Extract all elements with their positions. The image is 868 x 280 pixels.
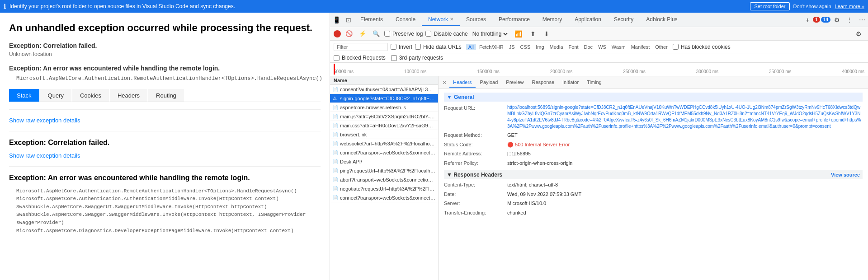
- show-raw-link-2[interactable]: Show raw exception details: [9, 152, 80, 159]
- request-item-browserlink[interactable]: 📄 browserLink: [330, 130, 438, 139]
- tab-memory[interactable]: Memory: [536, 14, 568, 26]
- exception1-location: Unknown location: [9, 51, 321, 57]
- tab-stack[interactable]: Stack: [9, 89, 39, 102]
- timeline-label-4: 200000 ms: [550, 69, 572, 74]
- invert-checkbox[interactable]: [391, 44, 396, 50]
- request-item-mainjs[interactable]: 📄 main.js?attr=y6CbtV2XSpqm2utRO2bIY-DZc…: [330, 112, 438, 121]
- filter-manifest[interactable]: Manifest: [629, 44, 652, 50]
- filter-ws[interactable]: WS: [596, 44, 609, 50]
- error-title: An unhandled exception occurred while pr…: [9, 22, 321, 35]
- hide-data-urls-checkbox[interactable]: [415, 44, 421, 50]
- request-icon-browserlink: 📄: [333, 132, 338, 137]
- disable-cache-checkbox[interactable]: [425, 31, 431, 37]
- preserve-log-checkbox[interactable]: [384, 31, 390, 37]
- tab-performance[interactable]: Performance: [492, 14, 536, 26]
- filter-font[interactable]: Font: [566, 44, 581, 50]
- request-item-consent[interactable]: 📄 consent?authuser=0&part=AJ8hAPVjL3AXBx…: [330, 85, 438, 94]
- response-headers-section[interactable]: ▼ Response Headers View source: [444, 170, 863, 179]
- request-icon-refresh: 📄: [333, 105, 338, 110]
- request-item-maincss[interactable]: 📄 main.css?attr=aHR0cDovL2xvY2FsaG9zdDo1…: [330, 121, 438, 130]
- add-tab-button[interactable]: +: [803, 14, 812, 25]
- network-tab-close[interactable]: ✕: [450, 17, 453, 22]
- filter-wasm[interactable]: Wasm: [609, 44, 628, 50]
- blocked-requests-checkbox[interactable]: [334, 55, 340, 61]
- export-button[interactable]: ⬇: [541, 28, 552, 39]
- request-icon-websocket: 📄: [333, 141, 338, 146]
- filter-img[interactable]: Img: [533, 44, 546, 50]
- request-item-websocket[interactable]: 📄 websocket?url=http%3A%2F%2Flocalhost%3…: [330, 139, 438, 148]
- filter-input[interactable]: [334, 43, 388, 51]
- filter-other[interactable]: Other: [653, 44, 670, 50]
- search-button[interactable]: 🔍: [371, 29, 382, 38]
- dont-show-again-button[interactable]: Don't show again: [793, 4, 831, 9]
- tab-console[interactable]: Console: [389, 14, 422, 26]
- server-row: Server: Microsoft-IIS/10.0: [444, 200, 863, 207]
- filter-doc[interactable]: Doc: [582, 44, 595, 50]
- filter-toggle-button[interactable]: ⚡: [357, 29, 368, 38]
- filter-fetch-xhr[interactable]: Fetch/XHR: [477, 44, 506, 50]
- response-headers-toggle-icon: ▼: [447, 172, 453, 178]
- timeline-labels: 50000 ms 100000 ms 150000 ms 200000 ms 2…: [334, 69, 864, 76]
- request-item-connect1[interactable]: 📄 connect?transport=webSockets&connectio…: [330, 148, 438, 157]
- tab-application[interactable]: Application: [568, 14, 608, 26]
- settings-button[interactable]: ⚙: [831, 14, 843, 25]
- throttling-select[interactable]: No throttling Fast 3G Slow 3G Offline: [471, 30, 509, 37]
- request-name-maincss: main.css?attr=aHR0cDovL2xvY2FsaG9zdDo1Nj…: [340, 123, 435, 128]
- import-button[interactable]: ⬆: [528, 28, 538, 39]
- record-button[interactable]: [334, 30, 341, 37]
- request-name-negotiate: negotiate?requestUrl=http%3A%2F%2Flocalh…: [340, 186, 435, 191]
- show-raw-link-1[interactable]: Show raw exception details: [9, 117, 80, 124]
- request-item-ping[interactable]: 📄 ping?requestUrl=http%3A%2F%2Flocalhost…: [330, 166, 438, 175]
- request-name-consent: consent?authuser=0&part=AJ8hAPVjL3AXBxcD…: [340, 87, 435, 92]
- filter-all[interactable]: All: [466, 44, 476, 50]
- dock-button[interactable]: ⋮: [844, 14, 855, 25]
- device-toggle-button[interactable]: 📱: [330, 14, 343, 25]
- request-item-negotiate[interactable]: 📄 negotiate?requestUrl=http%3A%2F%2Floca…: [330, 184, 438, 193]
- tab-query[interactable]: Query: [40, 89, 71, 102]
- request-icon-signin: ⚠: [333, 96, 338, 101]
- wifi-icon-button[interactable]: 📶: [512, 28, 525, 39]
- tab-security[interactable]: Security: [608, 14, 640, 26]
- third-party-checkbox[interactable]: [391, 55, 397, 61]
- request-name-ping: ping?requestUrl=http%3A%2F%2Flocalhost%3…: [340, 168, 435, 173]
- detail-tab-headers[interactable]: Headers: [449, 78, 476, 88]
- request-item-refresh[interactable]: 📄 aspnetcore-browser-refresh.js: [330, 103, 438, 112]
- remote-address-row: Remote Address: [::1]:56895: [444, 150, 863, 158]
- request-name-connect1: connect?transport=webSockets&connectionT…: [340, 150, 435, 155]
- view-source-link[interactable]: View source: [831, 172, 860, 177]
- screen-cast-button[interactable]: ⊡: [343, 14, 354, 25]
- detail-tab-payload[interactable]: Payload: [476, 78, 502, 88]
- request-icon-deskapi: 📄: [333, 159, 338, 164]
- detail-tab-initiator[interactable]: Initiator: [559, 78, 582, 88]
- status-code-row: Status Code: 🔴 500 Internal Server Error: [444, 141, 863, 149]
- detail-tab-timing[interactable]: Timing: [583, 78, 605, 88]
- tab-network[interactable]: Network ✕: [422, 14, 460, 26]
- detail-tab-response[interactable]: Response: [528, 78, 558, 88]
- detail-panel: ✕ Headers Payload Preview Response Initi…: [439, 76, 868, 280]
- detail-close-button[interactable]: ✕: [442, 79, 447, 86]
- general-section-header[interactable]: ▼ General: [444, 93, 863, 102]
- tab-headers[interactable]: Headers: [110, 89, 147, 102]
- request-item-deskapi[interactable]: 📄 Desk.API/: [330, 157, 438, 166]
- has-blocked-cookies-checkbox[interactable]: [673, 44, 679, 50]
- detail-tab-preview[interactable]: Preview: [502, 78, 527, 88]
- tab-adblock[interactable]: Adblock Plus: [640, 14, 684, 26]
- filter-css[interactable]: CSS: [518, 44, 533, 50]
- tab-sources[interactable]: Sources: [460, 14, 492, 26]
- tab-elements[interactable]: Elements: [354, 14, 389, 26]
- clear-button[interactable]: 🚫: [344, 29, 354, 38]
- filter-js[interactable]: JS: [507, 44, 517, 50]
- stack-line-2: Microsoft.AspNetCore.Authentication.Auth…: [16, 195, 321, 203]
- request-item-signin[interactable]: ⚠ signin-google?state=CfDJ8CR2_n1q6ftEnA…: [330, 94, 438, 103]
- timeline-label-7: 350000 ms: [769, 69, 791, 74]
- tab-routing[interactable]: Routing: [148, 89, 184, 102]
- request-item-connect2[interactable]: 📄 connect?transport=webSockets&connectio…: [330, 193, 438, 202]
- filter-media[interactable]: Media: [547, 44, 566, 50]
- request-url-value: http://localhost:56895/signin-google?sta…: [507, 104, 863, 130]
- tab-cookies[interactable]: Cookies: [72, 89, 109, 102]
- set-root-folder-button[interactable]: Set root folder: [750, 2, 789, 10]
- more-button[interactable]: ⋯: [856, 14, 868, 25]
- learn-more-link[interactable]: Learn more »: [835, 4, 864, 9]
- request-item-abort[interactable]: 📄 abort?transport=webSockets&connectionT…: [330, 175, 438, 184]
- network-settings-button[interactable]: ⚙: [853, 28, 864, 39]
